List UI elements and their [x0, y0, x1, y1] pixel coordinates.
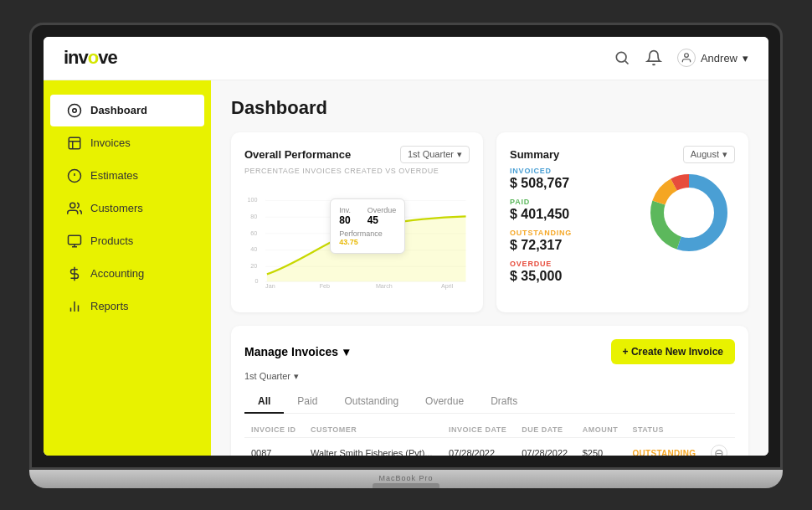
- reports-icon: [67, 299, 82, 314]
- invoice-table: INVOICE ID CUSTOMER INVOICE DATE DUE DAT…: [244, 422, 735, 456]
- svg-text:Jan: Jan: [265, 283, 275, 290]
- dashboard-icon: [67, 103, 82, 118]
- summary-card: Summary August ▾ INVOICED: [496, 132, 748, 312]
- sidebar-item-dashboard[interactable]: Dashboard: [50, 95, 204, 126]
- accounting-icon: [67, 266, 82, 281]
- cell-amount: $250: [576, 437, 626, 456]
- svg-point-0: [616, 52, 626, 62]
- sidebar-item-customers[interactable]: Customers: [50, 193, 204, 224]
- donut-chart: [643, 167, 735, 259]
- paid-label: PAID: [510, 198, 633, 206]
- performance-card: Overall Performance 1st Quarter ▾ PERCEN…: [231, 132, 483, 312]
- performance-title: Overall Performance: [244, 148, 351, 161]
- cell-invoice-date: 07/28/2022: [442, 437, 515, 456]
- invoiced-value: $ 508,767: [510, 175, 633, 191]
- svg-text:40: 40: [250, 246, 257, 253]
- quarter-dropdown[interactable]: 1st Quarter ▾: [244, 371, 735, 382]
- paid-value: $ 401,450: [510, 206, 633, 222]
- row-action-icon[interactable]: ⊖: [711, 445, 727, 456]
- cell-action[interactable]: ⊖: [704, 437, 735, 456]
- tab-outstanding[interactable]: Outstanding: [331, 390, 412, 414]
- topbar-actions: Andrew ▾: [614, 49, 748, 67]
- svg-text:April: April: [441, 283, 454, 290]
- tab-all[interactable]: All: [244, 390, 284, 414]
- invoices-icon: [67, 136, 82, 151]
- table-row: 0087 Walter Smith Fisheries (Pvt)... 07/…: [244, 437, 735, 456]
- summary-period-dropdown[interactable]: August ▾: [683, 146, 735, 163]
- search-icon[interactable]: [614, 49, 630, 66]
- sidebar-item-estimates[interactable]: Estimates: [50, 160, 204, 192]
- summary-content: INVOICED $ 508,767 PAID $ 401,450: [510, 167, 735, 291]
- col-due-date: DUE DATE: [515, 422, 576, 438]
- sidebar: Dashboard Invoices Estimat: [44, 80, 211, 456]
- performance-card-header: Overall Performance 1st Quarter ▾: [244, 146, 470, 163]
- cell-status: OUTSTANDING: [625, 437, 704, 456]
- col-action: [704, 422, 735, 438]
- svg-text:100: 100: [248, 197, 258, 203]
- tab-paid[interactable]: Paid: [284, 390, 331, 414]
- svg-point-39: [666, 189, 712, 236]
- svg-point-11: [70, 203, 75, 208]
- period-dropdown[interactable]: 1st Quarter ▾: [400, 146, 470, 163]
- sidebar-item-label: Accounting: [90, 267, 144, 280]
- svg-line-1: [625, 61, 629, 64]
- sidebar-item-label: Products: [90, 234, 133, 247]
- svg-text:0: 0: [255, 278, 259, 285]
- svg-point-2: [685, 54, 689, 58]
- invoiced-label: INVOICED: [510, 167, 633, 175]
- sidebar-item-label: Reports: [90, 300, 129, 312]
- tab-overdue[interactable]: Overdue: [412, 390, 477, 414]
- tooltip-overdue-value: 45: [367, 214, 397, 226]
- col-invoice-id: INVOICE ID: [244, 422, 304, 438]
- performance-subtitle: PERCENTAGE INVOICES CREATED VS OVERDUE: [244, 167, 470, 175]
- sidebar-item-invoices[interactable]: Invoices: [50, 127, 204, 159]
- invoiced-stat: INVOICED $ 508,767: [510, 167, 633, 191]
- estimates-icon: [67, 168, 82, 183]
- summary-title: Summary: [510, 148, 559, 161]
- cell-customer: Walter Smith Fisheries (Pvt)...: [304, 437, 442, 456]
- sidebar-item-products[interactable]: Products: [50, 225, 204, 257]
- svg-text:March: March: [376, 283, 393, 290]
- chart-tooltip: Inv. 80 Overdue 45: [330, 198, 405, 254]
- tooltip-overdue-label: Overdue: [367, 206, 397, 214]
- outstanding-value: $ 72,317: [510, 237, 633, 253]
- bell-icon[interactable]: [645, 49, 662, 66]
- main-content: Dashboard Overall Performance 1st Quarte…: [211, 80, 768, 456]
- tooltip-inv-value: 80: [339, 214, 351, 226]
- user-name: Andrew: [701, 52, 737, 64]
- user-menu[interactable]: Andrew ▾: [677, 49, 748, 67]
- dashboard-grid: Overall Performance 1st Quarter ▾ PERCEN…: [231, 132, 748, 312]
- col-invoice-date: INVOICE DATE: [442, 422, 515, 438]
- svg-text:80: 80: [250, 213, 257, 219]
- overdue-stat: OVERDUE $ 35,000: [510, 260, 633, 284]
- user-avatar: [677, 49, 696, 67]
- customers-icon: [67, 201, 82, 216]
- topbar: invove: [44, 37, 768, 80]
- cell-due-date: 07/28/2022: [515, 437, 576, 456]
- create-invoice-button[interactable]: + Create New Invoice: [611, 339, 735, 364]
- sidebar-item-label: Estimates: [90, 169, 138, 182]
- svg-text:60: 60: [250, 229, 257, 236]
- manage-invoices-header: Manage Invoices ▾ + Create New Invoice: [244, 339, 735, 364]
- sidebar-item-label: Invoices: [90, 137, 131, 149]
- sidebar-item-label: Customers: [90, 202, 143, 214]
- col-amount: AMOUNT: [576, 422, 626, 438]
- tooltip-perf-value: 43.75: [339, 238, 358, 246]
- products-icon: [67, 234, 82, 249]
- sidebar-item-label: Dashboard: [90, 104, 147, 116]
- user-menu-chevron: ▾: [743, 52, 748, 64]
- sidebar-item-accounting[interactable]: Accounting: [50, 258, 204, 290]
- overdue-value: $ 35,000: [510, 268, 633, 284]
- tab-drafts[interactable]: Drafts: [477, 390, 531, 414]
- logo: invove: [64, 47, 117, 69]
- performance-chart: 100 80 60 40 20 0: [244, 182, 470, 299]
- invoice-tabs: All Paid Outstanding Overdue Drafts: [244, 390, 735, 414]
- col-status: STATUS: [625, 422, 704, 438]
- svg-text:Feb: Feb: [320, 283, 330, 290]
- overdue-label: OVERDUE: [510, 260, 633, 268]
- paid-stat: PAID $ 401,450: [510, 198, 633, 222]
- tooltip-inv-label: Inv.: [339, 206, 351, 214]
- page-title: Dashboard: [231, 97, 748, 119]
- sidebar-item-reports[interactable]: Reports: [50, 291, 204, 322]
- outstanding-stat: OUTSTANDING $ 72,317: [510, 229, 633, 253]
